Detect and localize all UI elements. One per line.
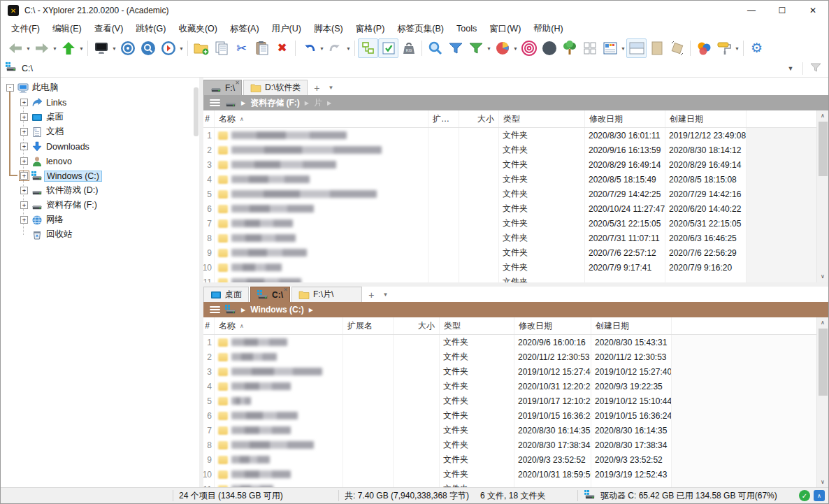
column-header[interactable]: 修改日期 (585, 110, 665, 127)
expand-toggle[interactable]: + (20, 99, 28, 106)
table-row[interactable]: 2 文件夹 2020/11/2 12:30:53 2020/11/2 12:30… (203, 350, 672, 364)
table-row[interactable]: 9 文件夹 2020/9/3 23:52:52 2020/9/3 23:52:5… (203, 452, 672, 467)
table-row[interactable]: 9 文件夹 2020/7/6 22:57:12 2020/7/6 22:56:2… (203, 245, 747, 260)
tree-item-links[interactable]: + Links (1, 95, 199, 110)
column-header[interactable]: # (203, 317, 215, 334)
table-row[interactable]: 6 文件夹 2020/10/24 11:27:47 2020/6/20 14:4… (203, 201, 747, 216)
maximize-button[interactable]: ☐ (767, 1, 798, 20)
column-header[interactable]: 创建日期 (665, 110, 747, 127)
forward-dropdown-icon[interactable]: ▼ (52, 46, 58, 51)
column-header[interactable]: 大小 (394, 317, 440, 334)
breadcrumb-item[interactable]: 资料存储 (F:) (250, 97, 300, 109)
menu-item-0[interactable]: 文件(F) (5, 20, 46, 37)
tab-close-icon[interactable]: ✕ (235, 80, 240, 86)
column-header[interactable]: 名称 ∧ (215, 317, 343, 334)
menu-item-11[interactable]: 窗口(W) (483, 20, 527, 37)
tree-item-lenovo[interactable]: + lenovo (1, 154, 199, 168)
display-mode-button[interactable] (91, 38, 111, 58)
expand-toggle[interactable]: + (20, 143, 28, 150)
tree-item-downloads[interactable]: + Downloads (1, 139, 199, 154)
copy-button[interactable] (211, 38, 231, 58)
tab-list-dropdown-icon[interactable]: ▼ (379, 288, 391, 302)
paste-button[interactable] (252, 38, 272, 58)
minimize-button[interactable]: — (736, 1, 767, 20)
redo-button[interactable] (325, 38, 345, 58)
tab-c[interactable]: C:\ ✕ (250, 287, 290, 302)
menu-item-10[interactable]: Tools (450, 20, 483, 37)
table-row[interactable]: 3 文件夹 2020/8/29 16:49:14 2020/8/29 16:49… (203, 157, 747, 172)
new-tab-button[interactable]: + (309, 81, 324, 95)
table-row[interactable]: 2 文件夹 2020/9/16 16:13:59 2020/8/30 18:14… (203, 143, 747, 157)
tab-list-dropdown-icon[interactable]: ▼ (324, 81, 337, 95)
scrollbar-thumb[interactable] (819, 122, 828, 176)
go-dropdown-icon[interactable]: ▼ (178, 46, 185, 51)
goto-target-button[interactable] (117, 38, 138, 58)
table-row[interactable]: 4 文件夹 2020/10/31 12:20:25 2020/9/3 19:22… (203, 379, 672, 394)
expand-toggle[interactable]: + (20, 201, 28, 209)
menu-item-12[interactable]: 帮助(H) (527, 20, 569, 37)
filter-green-button[interactable] (466, 38, 486, 58)
menu-item-3[interactable]: 跳转(G) (129, 20, 172, 37)
table-row[interactable]: 7 文件夹 2020/8/30 16:14:35 2020/8/30 16:14… (203, 423, 672, 438)
table-row[interactable]: 5 文件夹 2020/7/29 14:42:25 2020/7/29 14:42… (203, 187, 747, 201)
tree-scrollbar-thumb[interactable] (194, 87, 199, 136)
color-filter-button[interactable] (693, 38, 714, 58)
filter-button[interactable] (445, 38, 466, 58)
column-header[interactable]: 类型 (499, 110, 585, 127)
table-row[interactable]: 3 文件夹 2019/10/12 15:27:40 2019/10/12 15:… (203, 364, 672, 379)
close-button[interactable]: ✕ (798, 1, 828, 20)
new-folder-button[interactable] (191, 38, 211, 58)
scroll-up-icon[interactable]: ∧ (817, 317, 828, 329)
menu-item-1[interactable]: 编辑(E) (46, 20, 88, 37)
address-bar[interactable]: C:\ ▼ (1, 59, 828, 78)
hypnotic-button[interactable] (519, 38, 539, 58)
tree-item-drive-c[interactable]: + Windows (C:) (1, 168, 199, 183)
address-input[interactable]: C:\ (22, 64, 779, 73)
expand-toggle[interactable]: + (20, 216, 28, 224)
expand-toggle[interactable]: + (20, 172, 28, 180)
horizontal-panes-button[interactable] (626, 38, 647, 58)
tree-item-recycle-bin[interactable]: 回收站 (1, 227, 199, 242)
back-button[interactable] (5, 38, 25, 58)
styles-button[interactable] (714, 38, 734, 58)
column-header[interactable]: # (203, 110, 215, 127)
table-row[interactable]: 7 文件夹 2020/5/31 22:15:05 2020/5/31 22:15… (203, 216, 747, 231)
expand-toggle[interactable]: + (20, 128, 28, 136)
table-row[interactable]: 10 文件夹 2020/7/9 9:17:41 2020/7/9 9:16:20 (203, 260, 747, 275)
breadcrumb-item[interactable]: 片 (314, 97, 322, 109)
menu-item-5[interactable]: 标签(A) (224, 20, 266, 37)
rotate-pane-button[interactable] (667, 38, 687, 58)
table-row[interactable]: 1 文件夹 2020/9/6 16:00:16 2020/8/30 15:43:… (203, 335, 672, 350)
grid-view-button[interactable] (600, 38, 620, 58)
up-button[interactable] (58, 38, 78, 58)
menu-item-6[interactable]: 用户(U) (266, 20, 308, 37)
column-header[interactable]: 扩… (428, 110, 459, 127)
expand-toggle[interactable]: + (20, 157, 28, 165)
tree-item-network[interactable]: + 网络 (1, 213, 199, 227)
table-row[interactable]: 4 文件夹 2020/8/5 18:15:49 2020/8/5 18:15:0… (203, 172, 747, 187)
column-header[interactable]: 创建日期 (591, 317, 672, 334)
statistics-dropdown-icon[interactable]: ▼ (512, 46, 519, 51)
menu-item-9[interactable]: 标签页集(B) (391, 20, 450, 37)
table-row[interactable]: 11 文件夹 (203, 275, 747, 282)
single-pane-button[interactable] (647, 38, 667, 58)
scroll-down-icon[interactable]: ∨ (817, 271, 828, 282)
table-row[interactable]: 6 文件夹 2019/10/15 16:36:24 2019/10/15 16:… (203, 408, 672, 423)
zoom-search-button[interactable] (138, 38, 158, 58)
tree-item-desktop[interactable]: + 桌面 (1, 110, 199, 124)
tab-f[interactable]: F:\ ✕ (203, 80, 242, 95)
tree-item-documents[interactable]: + 文档 (1, 124, 199, 139)
menu-item-7[interactable]: 脚本(S) (308, 20, 349, 37)
menu-item-2[interactable]: 查看(V) (88, 20, 130, 37)
pane-menu-icon[interactable] (210, 306, 220, 314)
tab-f-pian[interactable]: F:\片\ (291, 287, 362, 302)
up-dropdown-icon[interactable]: ▼ (78, 46, 85, 51)
checkbox-mode-button[interactable] (378, 38, 398, 58)
column-header[interactable]: 修改日期 (514, 317, 591, 334)
filter-dropdown-icon[interactable]: ▼ (486, 46, 492, 51)
menu-item-8[interactable]: 窗格(P) (349, 20, 391, 37)
scroll-up-icon[interactable]: ∧ (817, 110, 828, 122)
scroll-down-icon[interactable]: ∨ (817, 477, 828, 488)
cut-button[interactable]: ✂ (231, 38, 252, 58)
back-dropdown-icon[interactable]: ▼ (25, 46, 31, 51)
